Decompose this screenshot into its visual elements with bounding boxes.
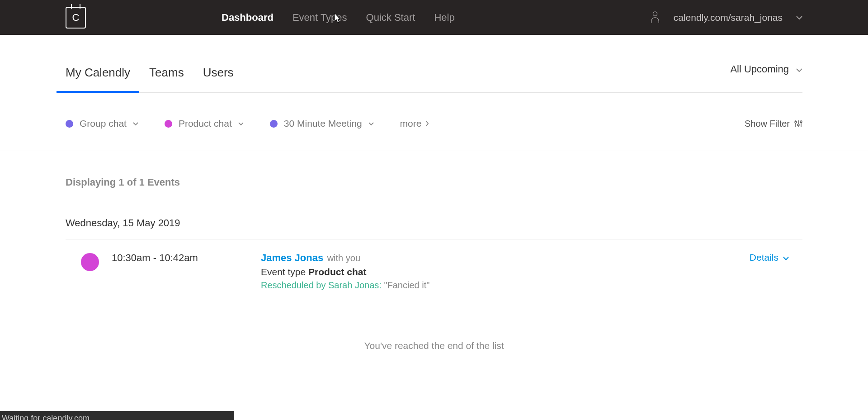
date-range-filter[interactable]: All Upcoming xyxy=(730,63,802,88)
calendly-logo[interactable]: C xyxy=(66,7,86,29)
chevron-down-icon xyxy=(238,120,244,127)
user-icon[interactable] xyxy=(650,11,660,24)
user-url[interactable]: calendly.com/sarah_jonas xyxy=(674,12,783,23)
browser-status-bar: Waiting for calendly.com... xyxy=(0,411,234,420)
chip-30-minute-meeting[interactable]: 30 Minute Meeting xyxy=(270,118,374,129)
show-filter-button[interactable]: Show Filter xyxy=(745,119,802,129)
chevron-down-icon xyxy=(796,63,802,75)
end-of-list-text: You've reached the end of the list xyxy=(66,340,802,351)
chip-group-chat[interactable]: Group chat xyxy=(66,118,138,129)
svg-point-4 xyxy=(797,124,799,126)
event-count-text: Displaying 1 of 1 Events xyxy=(66,177,802,188)
chevron-down-icon xyxy=(368,120,374,127)
rescheduled-prefix: Rescheduled by Sarah Jonas: xyxy=(261,280,382,290)
color-dot-icon xyxy=(270,120,278,128)
chip-label: Group chat xyxy=(80,118,127,129)
chip-label: Product chat xyxy=(179,118,232,129)
details-label: Details xyxy=(750,252,778,263)
date-range-label: All Upcoming xyxy=(730,63,789,75)
event-type-name: Product chat xyxy=(308,267,366,277)
nav-quick-start[interactable]: Quick Start xyxy=(366,12,415,24)
top-header: C Dashboard Event Types Quick Start Help… xyxy=(0,0,868,35)
logo-letter: C xyxy=(72,12,80,24)
sliders-icon xyxy=(794,119,802,128)
color-dot-icon xyxy=(165,120,172,128)
svg-point-6 xyxy=(800,121,802,123)
more-filters[interactable]: more xyxy=(400,118,429,129)
event-row[interactable]: 10:30am - 10:42am James Jonas with you E… xyxy=(66,239,802,291)
chip-label: 30 Minute Meeting xyxy=(284,118,362,129)
chevron-down-icon xyxy=(133,120,138,127)
tab-teams[interactable]: Teams xyxy=(149,66,184,92)
more-label: more xyxy=(400,118,422,129)
nav-help[interactable]: Help xyxy=(434,12,454,24)
event-body: James Jonas with you Event type Product … xyxy=(261,252,750,291)
header-right: calendly.com/sarah_jonas xyxy=(650,11,802,24)
color-dot-icon xyxy=(66,120,73,128)
event-color-dot xyxy=(81,253,99,271)
nav-dashboard[interactable]: Dashboard xyxy=(222,12,274,24)
event-time: 10:30am - 10:42am xyxy=(112,252,261,264)
invitee-name[interactable]: James Jonas xyxy=(261,252,323,263)
event-type-filters: Group chat Product chat 30 Minute Meetin… xyxy=(0,93,868,151)
show-filter-label: Show Filter xyxy=(745,119,790,129)
svg-point-2 xyxy=(795,121,797,123)
event-type-prefix: Event type xyxy=(261,267,306,277)
date-group-header: Wednesday, 15 May 2019 xyxy=(66,217,802,239)
tab-users[interactable]: Users xyxy=(203,66,234,92)
chevron-right-icon xyxy=(425,118,429,129)
chevron-down-icon xyxy=(783,252,789,263)
secondary-tabs: My Calendly Teams Users All Upcoming xyxy=(66,35,802,93)
main-nav: Dashboard Event Types Quick Start Help xyxy=(222,12,455,24)
account-chevron-icon[interactable] xyxy=(796,14,802,21)
with-you-text: with you xyxy=(327,253,360,263)
chip-product-chat[interactable]: Product chat xyxy=(165,118,244,129)
nav-event-types[interactable]: Event Types xyxy=(292,12,347,24)
svg-point-0 xyxy=(653,11,657,15)
rescheduled-reason: "Fancied it" xyxy=(384,280,429,290)
details-toggle[interactable]: Details xyxy=(750,252,789,263)
tab-my-calendly[interactable]: My Calendly xyxy=(66,66,130,92)
